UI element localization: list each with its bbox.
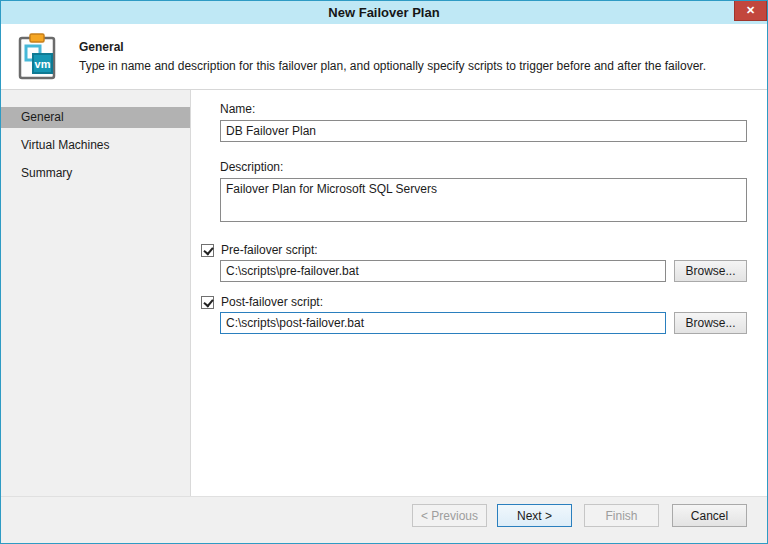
pre-failover-script-input[interactable] — [220, 260, 666, 282]
post-failover-script-label[interactable]: Post-failover script: — [221, 295, 323, 309]
previous-button: < Previous — [412, 504, 487, 527]
post-failover-script-input[interactable] — [220, 312, 666, 334]
description-label: Description: — [220, 160, 747, 174]
close-button[interactable]: ✕ — [734, 1, 767, 21]
header-text: General Type in name and description for… — [79, 40, 706, 73]
finish-button: Finish — [584, 504, 659, 527]
name-input[interactable] — [220, 120, 747, 142]
close-icon: ✕ — [746, 4, 755, 17]
pre-failover-script-row: Pre-failover script: — [201, 243, 747, 257]
description-input[interactable]: Failover Plan for Microsoft SQL Servers — [220, 178, 747, 222]
step-title: General — [79, 40, 706, 54]
sidebar-item-virtual-machines[interactable]: Virtual Machines — [1, 135, 190, 156]
new-failover-plan-dialog: New Failover Plan ✕ vm General Type in n… — [0, 0, 768, 544]
pre-browse-button[interactable]: Browse... — [674, 260, 747, 282]
wizard-body: General Virtual Machines Summary Name: D… — [1, 90, 767, 496]
window-title: New Failover Plan — [328, 5, 439, 20]
wizard-steps-sidebar: General Virtual Machines Summary — [1, 90, 191, 496]
pre-failover-script-input-row: Browse... — [220, 260, 747, 282]
pre-failover-script-checkbox[interactable] — [201, 244, 214, 257]
step-description: Type in name and description for this fa… — [79, 59, 706, 73]
next-button[interactable]: Next > — [497, 504, 572, 527]
svg-text:vm: vm — [35, 58, 51, 70]
wizard-footer: < Previous Next > Finish Cancel — [1, 496, 767, 543]
name-label: Name: — [220, 102, 747, 116]
sidebar-item-general[interactable]: General — [1, 107, 190, 128]
post-browse-button[interactable]: Browse... — [674, 312, 747, 334]
post-failover-script-checkbox[interactable] — [201, 296, 214, 309]
cancel-button[interactable]: Cancel — [672, 504, 747, 527]
titlebar[interactable]: New Failover Plan ✕ — [1, 1, 767, 24]
failover-plan-icon: vm — [13, 32, 65, 82]
sidebar-item-summary[interactable]: Summary — [1, 163, 190, 184]
post-failover-script-input-row: Browse... — [220, 312, 747, 334]
wizard-content: Name: Description: Failover Plan for Mic… — [191, 90, 767, 496]
post-failover-script-row: Post-failover script: — [201, 295, 747, 309]
wizard-header: vm General Type in name and description … — [1, 24, 767, 90]
pre-failover-script-label[interactable]: Pre-failover script: — [221, 243, 318, 257]
description-field-block: Description: Failover Plan for Microsoft… — [220, 160, 747, 225]
name-field-block: Name: — [220, 102, 747, 142]
